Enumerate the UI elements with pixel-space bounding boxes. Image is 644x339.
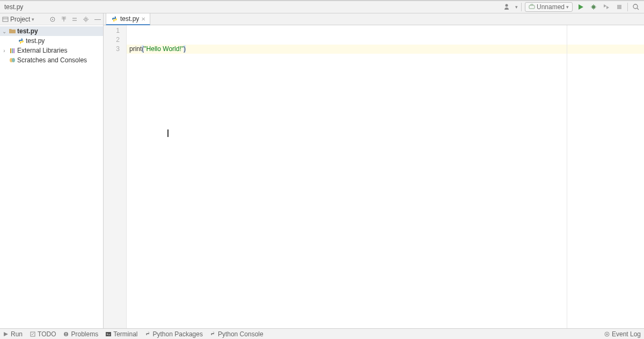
token-string: "Hello World!" [144,45,184,53]
tree-scratches[interactable]: Scratches and Consoles [0,55,103,65]
scratches-icon [9,56,16,64]
bottom-bar: Run TODO Problems Terminal Python Packag… [0,328,644,339]
folder-icon [9,27,16,35]
hide-panel-icon[interactable]: — [94,16,101,23]
token-paren: ) [184,45,186,53]
pypkg-label: Python Packages [153,330,203,338]
run-config-label: Unnamed [537,3,565,11]
text-cursor [167,129,169,137]
python-file-icon [17,37,25,45]
svg-point-0 [505,4,508,7]
gutter-line: 1 [104,26,126,35]
event-log-button[interactable]: Event Log [604,330,641,338]
terminal-label: Terminal [113,330,137,338]
svg-rect-17 [66,333,67,334]
search-icon[interactable] [631,2,641,12]
project-view-icon [2,16,9,23]
separator [521,3,522,11]
run-icon [3,331,9,337]
select-opened-file-icon[interactable] [49,16,56,23]
todo-tool-window-button[interactable]: TODO [30,330,56,338]
event-log-label: Event Log [612,330,641,338]
tree-external-libs[interactable]: › External Libraries [0,46,103,55]
separator [627,3,628,11]
tree-scratch-label: Scratches and Consoles [17,56,87,64]
project-panel-header: Project ▾ — [0,13,103,25]
more-run-icon[interactable] [602,2,611,12]
svg-point-9 [85,18,87,20]
editor-area: test.py ✕ 1 2 3 print("Hello World!") [104,13,644,328]
panel-title-label: Project [10,16,30,23]
todo-label: TODO [38,330,56,338]
code-content[interactable]: print("Hello World!") [127,25,644,328]
editor-tab[interactable]: test.py ✕ [106,13,150,25]
package-icon [145,331,151,337]
tree-root-node[interactable]: ⌄ test.py [0,26,103,36]
pycon-label: Python Console [218,330,264,338]
run-button[interactable] [576,2,586,12]
top-bar: test.py ▾ Unnamed ▾ [0,0,644,13]
svg-rect-11 [12,48,13,53]
bottom-bar-right: Event Log [604,330,641,338]
tree-extlib-label: External Libraries [17,47,67,54]
svg-rect-5 [3,17,8,21]
tree-root-label: test.py [17,27,38,35]
user-dropdown-caret[interactable]: ▾ [515,4,518,10]
debug-button[interactable] [589,2,598,12]
python-file-icon [111,15,118,23]
close-icon[interactable]: ✕ [141,16,145,22]
gutter-line: 2 [104,35,126,45]
event-log-icon [604,331,610,337]
python-console-button[interactable]: Python Console [210,330,264,338]
svg-rect-1 [529,5,535,9]
library-icon [9,47,16,54]
svg-rect-10 [10,48,11,53]
breadcrumb-file: test.py [4,3,23,11]
problems-icon [63,331,69,337]
tree-expand-arrow[interactable]: › [1,48,8,54]
gutter-line: 3 [104,45,126,54]
svg-rect-19 [106,332,111,336]
run-config-icon [529,4,535,10]
run-configuration-dropdown[interactable]: Unnamed ▾ [525,2,573,12]
project-tree[interactable]: ⌄ test.py test.py › External Libraries S… [0,25,103,328]
problems-label: Problems [71,330,98,338]
terminal-icon [106,331,111,337]
user-icon[interactable] [502,2,512,12]
line-gutter: 1 2 3 [104,25,127,328]
run-label: Run [11,330,23,338]
run-tool-window-button[interactable]: Run [3,330,23,338]
editor-tabs: test.py ✕ [104,13,644,25]
code-editor[interactable]: 1 2 3 print("Hello World!") [104,25,644,328]
svg-rect-3 [617,5,621,9]
token-function: print [129,45,142,53]
svg-point-4 [633,4,638,9]
project-panel-title[interactable]: Project ▾ [2,16,47,23]
problems-tool-window-button[interactable]: Problems [63,330,98,338]
main-area: Project ▾ — ⌄ test.py test.py [0,13,644,328]
project-panel-toolbar: — [49,16,101,23]
breadcrumb[interactable]: test.py [3,3,502,11]
gear-icon[interactable] [83,16,89,23]
terminal-tool-window-button[interactable]: Terminal [106,330,137,338]
svg-point-14 [12,58,15,62]
tab-label: test.py [120,15,139,23]
chevron-down-icon: ▾ [566,4,569,10]
expand-all-icon[interactable] [61,17,67,22]
project-panel: Project ▾ — ⌄ test.py test.py [0,13,104,328]
tree-file-label: test.py [26,37,45,45]
stop-button[interactable] [614,2,624,12]
svg-point-8 [52,19,53,20]
svg-rect-12 [13,48,14,53]
python-packages-button[interactable]: Python Packages [145,330,203,338]
right-margin-ruler [567,25,567,328]
console-icon [210,331,216,337]
tree-file-node[interactable]: test.py [0,36,103,46]
svg-point-21 [606,333,608,335]
collapse-all-icon[interactable] [72,17,77,22]
tree-expand-arrow[interactable]: ⌄ [1,28,8,34]
svg-rect-18 [66,335,67,335]
todo-icon [30,331,35,337]
chevron-down-icon: ▾ [32,17,34,22]
toolbar-right: ▾ Unnamed ▾ [502,2,641,12]
